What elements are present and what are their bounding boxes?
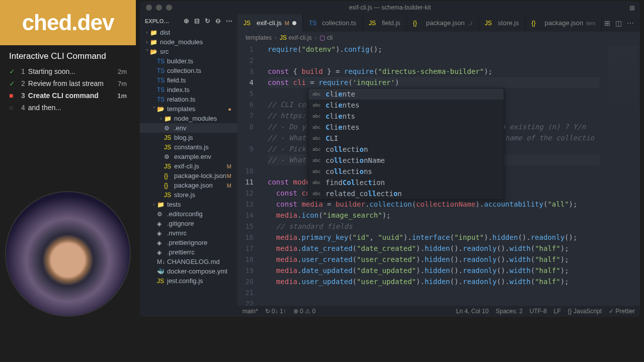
tree-item[interactable]: JSjest.config.js (140, 276, 237, 286)
tab[interactable]: TScollection.ts (303, 14, 363, 32)
autocomplete-item[interactable]: abcclientes (308, 100, 504, 111)
tree-item[interactable]: {}package.jsonM (140, 180, 237, 190)
overlay-title: Interactive CLI Command (0, 45, 136, 65)
tree-item[interactable]: TSbuilder.ts (140, 56, 237, 66)
autocomplete-item[interactable]: abcclients (308, 111, 504, 122)
tree-item[interactable]: {}package-lock.jsonM (140, 171, 237, 180)
layout-toggle-icon[interactable]: ⊞ (629, 4, 635, 12)
breadcrumb[interactable]: templates › JS exif-cli.js › ▢ cli (237, 32, 640, 44)
tree-item[interactable]: ›📁node_modules (140, 114, 237, 123)
stream-overlay: ched.dev Interactive CLI Command ✓1Start… (0, 0, 136, 362)
cursor-position[interactable]: Ln 4, Col 10 (456, 308, 489, 315)
tree-item[interactable]: ˅📂src (140, 47, 237, 56)
logo-text: ched.dev (22, 10, 114, 35)
autocomplete-item[interactable]: abccollections (308, 166, 504, 177)
tree-item[interactable]: ◈.gitignore (140, 219, 237, 228)
tree-item[interactable]: JSblog.js (140, 133, 237, 142)
tab[interactable]: {}package.json../ (407, 14, 479, 32)
tab[interactable]: JSfield.js (363, 14, 407, 32)
compare-icon[interactable]: ⊞ (604, 19, 610, 27)
status-bar[interactable]: main* ↻ 0↓ 1↑ ⊗ 0 ⚠ 0 Ln 4, Col 10 Space… (237, 306, 640, 317)
tab-bar[interactable]: JSexif-cli.jsMTScollection.tsJSfield.js{… (237, 14, 640, 32)
tree-item[interactable]: JSexif-cli.jsM (140, 161, 237, 171)
autocomplete-item[interactable]: abcCLI (308, 133, 504, 144)
indent[interactable]: Spaces: 2 (496, 308, 522, 315)
tree-item[interactable]: ◈.nvmrc (140, 228, 237, 238)
tree-item[interactable]: TSfield.ts (140, 75, 237, 85)
tab[interactable]: JSstore.js (479, 14, 526, 32)
editor-window: exif-cli.js — schema-builder-kit ⊞ EXPLO… (140, 1, 640, 317)
tree-item[interactable]: ˅📂templates● (140, 104, 237, 114)
autocomplete-item[interactable]: abcClientes (308, 122, 504, 133)
encoding[interactable]: UTF-8 (530, 308, 547, 315)
new-folder-icon[interactable]: ⊟ (194, 17, 200, 25)
traffic-lights[interactable] (140, 5, 172, 11)
line-gutter: 12345678910111213141516171819202122 (237, 44, 259, 306)
tree-item[interactable]: TScollection.ts (140, 66, 237, 75)
tree-item[interactable]: ›📁dist (140, 28, 237, 37)
code-editor[interactable]: 12345678910111213141516171819202122 requ… (237, 44, 640, 306)
webcam-circle (5, 191, 131, 317)
autocomplete-popup[interactable]: abcclienteabcclientesabcclientsabcClient… (308, 88, 504, 200)
autocomplete-item[interactable]: abccollectionName (308, 155, 504, 166)
new-file-icon[interactable]: ⊕ (184, 17, 189, 25)
tree-item[interactable]: ⚙.env (140, 123, 237, 133)
tree-item[interactable]: ◈.prettierrc (140, 247, 237, 257)
explorer-sidebar[interactable]: EXPLO… ⊕ ⊟ ↻ ⊖ ⋯ ›📁dist›📁node_modules˅📂s… (140, 14, 237, 317)
tab[interactable]: JSexif-cli.jsM (237, 14, 303, 32)
logo-box: ched.dev (0, 0, 136, 45)
autocomplete-item[interactable]: abcrelated_collection (308, 188, 504, 199)
tree-item[interactable]: ◈.prettierignore (140, 238, 237, 247)
minimap[interactable] (608, 46, 638, 116)
file-tree[interactable]: ›📁dist›📁node_modules˅📂srcTSbuilder.tsTSc… (140, 28, 237, 317)
eol[interactable]: LF (554, 308, 561, 315)
tree-item[interactable]: TSrelation.ts (140, 95, 237, 104)
split-icon[interactable]: ◫ (615, 19, 622, 27)
problems[interactable]: ⊗ 0 ⚠ 0 (293, 308, 315, 315)
refresh-icon[interactable]: ↻ (205, 17, 210, 25)
todo-list: ✓1Starting soon...2m✓2Review from last s… (0, 65, 136, 114)
autocomplete-item[interactable]: abccliente (308, 88, 504, 100)
more-icon[interactable]: ⋯ (627, 19, 634, 27)
tree-item[interactable]: ›📁node_modules (140, 37, 237, 47)
language-mode[interactable]: {} JavaScript (568, 308, 602, 315)
tree-item[interactable]: TSindex.ts (140, 85, 237, 95)
autocomplete-item[interactable]: abcfindCollection (308, 177, 504, 188)
tree-item[interactable]: JSconstants.js (140, 142, 237, 152)
editor-main: JSexif-cli.jsMTScollection.tsJSfield.js{… (237, 14, 640, 317)
explorer-header: EXPLO… ⊕ ⊟ ↻ ⊖ ⋯ (140, 14, 237, 28)
git-sync[interactable]: ↻ 0↓ 1↑ (265, 308, 286, 315)
tree-item[interactable]: ›📁tests (140, 200, 237, 209)
formatter[interactable]: ✓ Prettier (609, 308, 635, 315)
tree-item[interactable]: ⚙example.env (140, 152, 237, 161)
tree-item[interactable]: M↓CHANGELOG.md (140, 257, 237, 266)
collapse-icon[interactable]: ⊖ (215, 17, 221, 25)
titlebar[interactable]: exif-cli.js — schema-builder-kit ⊞ (140, 1, 640, 14)
tree-item[interactable]: 🐳docker-compose.yml (140, 266, 237, 276)
more-icon[interactable]: ⋯ (226, 17, 232, 25)
tab[interactable]: {}package.jsontem (526, 14, 602, 32)
window-title: exif-cli.js — schema-builder-kit (349, 4, 431, 11)
git-branch[interactable]: main* (243, 308, 258, 315)
tree-item[interactable]: ⚙.editorconfig (140, 209, 237, 219)
tree-item[interactable]: JSstore.js (140, 190, 237, 200)
autocomplete-item[interactable]: abccollection (308, 144, 504, 155)
